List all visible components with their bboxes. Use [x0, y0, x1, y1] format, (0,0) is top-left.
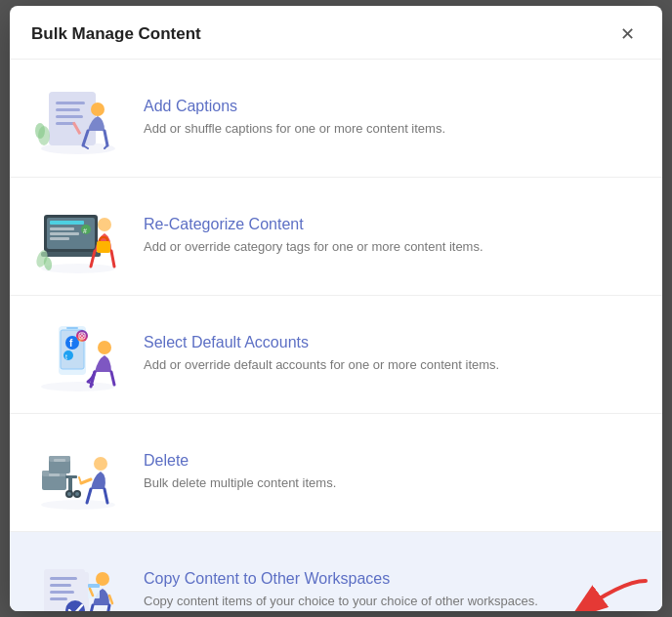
recategorize-content: Re-Categorize Content Add or override ca… — [144, 216, 641, 256]
add-captions-desc: Add or shuffle captions for one or more … — [144, 120, 641, 138]
copy-content-title: Copy Content to Other Workspaces — [144, 570, 641, 588]
menu-item-recategorize[interactable]: # Re-Categorize Content Add or override — [10, 178, 662, 296]
svg-point-50 — [75, 492, 79, 496]
svg-point-61 — [96, 572, 109, 586]
modal-body: Add Captions Add or shuffle captions for… — [10, 60, 662, 611]
recategorize-illustration: # — [31, 197, 124, 275]
svg-rect-5 — [56, 115, 83, 118]
svg-rect-29 — [66, 327, 78, 329]
close-button[interactable]: ✕ — [614, 23, 641, 45]
svg-rect-63 — [88, 584, 100, 588]
add-captions-illustration — [31, 79, 124, 157]
svg-point-10 — [35, 123, 45, 139]
select-accounts-title: Select Default Accounts — [144, 334, 641, 351]
menu-item-add-captions[interactable]: Add Captions Add or shuffle captions for… — [10, 60, 662, 178]
menu-item-delete[interactable]: Delete Bulk delete multiple content item… — [10, 414, 662, 532]
svg-rect-6 — [56, 122, 75, 125]
copy-content-desc: Copy content items of your choice to you… — [144, 593, 641, 610]
svg-point-37 — [98, 341, 111, 354]
svg-rect-16 — [50, 227, 74, 230]
svg-rect-46 — [65, 475, 77, 478]
delete-desc: Bulk delete multiple content items. — [144, 474, 641, 492]
svg-rect-17 — [50, 232, 79, 235]
copy-content-illustration — [31, 552, 124, 611]
modal-title: Bulk Manage Content — [31, 24, 201, 44]
select-accounts-desc: Add or override default accounts for one… — [144, 356, 641, 374]
menu-item-copy-content[interactable]: Copy Content to Other Workspaces Copy co… — [10, 532, 662, 611]
svg-text:#: # — [83, 227, 87, 234]
svg-point-51 — [94, 457, 107, 471]
svg-rect-3 — [56, 102, 85, 104]
svg-rect-18 — [50, 237, 69, 240]
delete-content: Delete Bulk delete multiple content item… — [144, 452, 641, 492]
svg-point-21 — [98, 218, 111, 231]
svg-rect-4 — [56, 108, 80, 111]
delete-illustration — [31, 433, 124, 512]
add-captions-title: Add Captions — [144, 98, 641, 115]
bulk-manage-modal: Bulk Manage Content ✕ — [10, 6, 662, 611]
svg-text:t: t — [65, 352, 67, 359]
svg-point-49 — [67, 492, 71, 496]
modal-header: Bulk Manage Content ✕ — [10, 6, 662, 60]
select-accounts-illustration: f t — [31, 315, 124, 393]
svg-rect-59 — [50, 597, 67, 600]
svg-rect-2 — [49, 92, 96, 145]
svg-rect-41 — [49, 473, 60, 476]
svg-rect-44 — [54, 459, 65, 462]
svg-point-32 — [76, 330, 88, 342]
svg-rect-15 — [50, 221, 84, 225]
svg-rect-57 — [50, 584, 71, 587]
svg-point-11 — [41, 264, 115, 273]
copy-content-content: Copy Content to Other Workspaces Copy co… — [144, 570, 641, 610]
menu-item-select-accounts[interactable]: f t — [10, 296, 662, 414]
delete-title: Delete — [144, 452, 641, 470]
svg-rect-22 — [97, 241, 110, 253]
svg-point-38 — [41, 500, 115, 510]
recategorize-title: Re-Categorize Content — [144, 216, 641, 233]
svg-point-7 — [91, 103, 105, 116]
add-captions-content: Add Captions Add or shuffle captions for… — [144, 98, 641, 138]
copy-content-arrow-container: Copy Content to Other Workspaces Copy co… — [144, 570, 641, 610]
svg-rect-14 — [41, 252, 101, 257]
recategorize-desc: Add or override category tags for one or… — [144, 238, 641, 256]
svg-point-25 — [41, 382, 115, 391]
svg-rect-56 — [50, 577, 77, 580]
select-accounts-content: Select Default Accounts Add or override … — [144, 334, 641, 374]
svg-rect-58 — [50, 591, 74, 594]
